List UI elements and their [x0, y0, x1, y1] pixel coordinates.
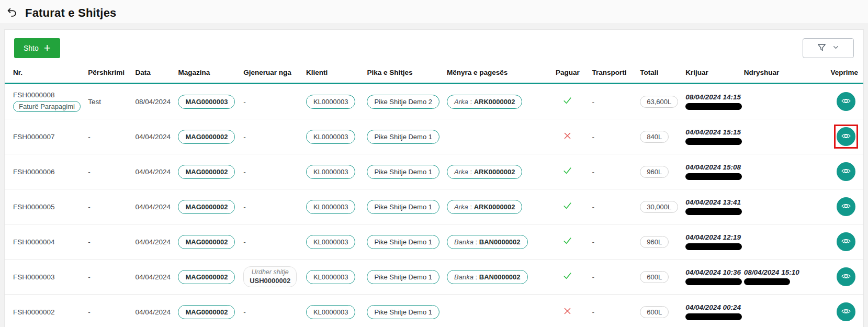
back-button[interactable] — [5, 6, 19, 20]
cell-pagesa: Arka : ARK0000002 — [447, 154, 546, 189]
cell-veprime — [824, 295, 863, 327]
redacted-user-name — [685, 278, 742, 285]
cell-paguar — [546, 189, 592, 224]
view-invoice-button[interactable] — [837, 127, 855, 146]
cell-pika: Pike Shitje Demo 1 — [367, 295, 447, 327]
warehouse-pill[interactable]: MAG0000002 — [178, 130, 235, 144]
eye-icon — [841, 306, 851, 318]
column-header: Gjeneruar nga — [243, 61, 306, 84]
cell-pershkrimi: Test — [88, 84, 135, 119]
add-button[interactable]: Shto + — [14, 38, 60, 58]
view-invoice-button[interactable] — [837, 162, 855, 181]
payment-method-pill[interactable]: Arka : ARK0000002 — [447, 200, 522, 214]
cell-gjeneruar: - — [243, 189, 306, 224]
redacted-user-name — [685, 243, 742, 250]
payment-method-pill[interactable]: Banka : BAN0000002 — [447, 270, 528, 284]
client-pill[interactable]: KL0000003 — [306, 270, 356, 284]
view-button-highlight-box — [834, 230, 858, 254]
client-pill[interactable]: KL0000003 — [306, 165, 356, 179]
cell-transporti: - — [592, 84, 640, 119]
cell-veprime — [824, 260, 863, 295]
cell-ndryshuar — [744, 189, 824, 224]
cell-krijuar: 04/04/2024 13:41 — [685, 189, 744, 224]
table-body: FSH0000008 Faturë Parapagimi Test 08/04/… — [5, 84, 863, 327]
cell-pershkrimi: - — [88, 189, 135, 224]
cell-totali: 960L — [640, 154, 685, 189]
topbar: Faturat e Shitjes — [0, 0, 868, 23]
sales-point-pill[interactable]: Pike Shitje Demo 1 — [367, 200, 439, 214]
table-row: FSH0000007 - 04/04/2024 MAG0000002 - KL0… — [5, 119, 863, 154]
cell-gjeneruar: - — [243, 295, 306, 327]
view-button-highlight-box — [834, 195, 858, 219]
cell-totali: 960L — [640, 224, 685, 260]
view-invoice-button[interactable] — [837, 302, 855, 321]
column-header: Përshkrimi — [88, 61, 135, 84]
cell-transporti: - — [592, 154, 640, 189]
payment-method-pill[interactable]: Arka : ARK0000002 — [447, 165, 522, 179]
payment-method-pill[interactable]: Arka : ARK0000002 — [447, 95, 522, 109]
cell-data: 04/04/2024 — [135, 295, 178, 327]
sales-point-pill[interactable]: Pike Shitje Demo 1 — [367, 130, 439, 144]
payment-method-pill[interactable]: Banka : BAN0000002 — [447, 235, 528, 249]
cell-pershkrimi: - — [88, 224, 135, 260]
column-header: Paguar — [546, 61, 592, 84]
cell-pagesa: Banka : BAN0000002 — [447, 260, 546, 295]
client-pill[interactable]: KL0000003 — [306, 130, 356, 144]
view-invoice-button[interactable] — [837, 197, 855, 216]
cell-veprime — [824, 119, 863, 154]
cell-pagesa: Arka : ARK0000002 — [447, 189, 546, 224]
sales-point-pill[interactable]: Pike Shitje Demo 1 — [367, 165, 439, 179]
prepayment-badge: Faturë Parapagimi — [13, 101, 81, 112]
warehouse-pill[interactable]: MAG0000003 — [178, 95, 235, 109]
sales-order-pill[interactable]: Urdher shitjeUSH0000002 — [243, 266, 297, 287]
warehouse-pill[interactable]: MAG0000002 — [178, 305, 235, 319]
warehouse-pill[interactable]: MAG0000002 — [178, 270, 235, 284]
created-datetime: 04/04/2024 15:08 — [685, 163, 741, 171]
client-pill[interactable]: KL0000003 — [306, 200, 356, 214]
view-button-highlight-box — [834, 300, 858, 324]
warehouse-pill[interactable]: MAG0000002 — [178, 165, 235, 179]
cell-pika: Pike Shitje Demo 1 — [367, 224, 447, 260]
table-row: FSH0000002 - 04/04/2024 MAG0000002 - KL0… — [5, 295, 863, 327]
eye-icon — [841, 236, 851, 248]
client-pill[interactable]: KL0000003 — [306, 95, 356, 109]
cell-klienti: KL0000003 — [306, 119, 367, 154]
redacted-user-name — [685, 103, 742, 110]
view-invoice-button[interactable] — [837, 232, 855, 251]
created-datetime: 08/04/2024 14:15 — [685, 93, 741, 101]
unpaid-cross-icon — [563, 309, 572, 317]
unpaid-cross-icon — [563, 134, 572, 142]
table-row: FSH0000006 - 04/04/2024 MAG0000002 - KL0… — [5, 154, 863, 189]
sales-point-pill[interactable]: Pike Shitje Demo 1 — [367, 235, 439, 249]
cell-pika: Pike Shitje Demo 1 — [367, 119, 447, 154]
column-header: Ndryshuar — [744, 61, 824, 84]
sales-point-pill[interactable]: Pike Shitje Demo 1 — [367, 270, 439, 284]
sales-point-pill[interactable]: Pike Shitje Demo 1 — [367, 305, 439, 319]
client-pill[interactable]: KL0000003 — [306, 235, 356, 249]
created-datetime: 04/04/2024 12:19 — [685, 233, 741, 241]
warehouse-pill[interactable]: MAG0000002 — [178, 235, 235, 249]
view-invoice-button[interactable] — [837, 267, 855, 286]
view-button-highlight-box — [834, 265, 858, 289]
created-datetime: 04/04/2024 10:36 — [685, 268, 741, 276]
client-pill[interactable]: KL0000003 — [306, 305, 356, 319]
paid-check-icon — [562, 170, 572, 177]
redacted-user-name — [685, 313, 742, 320]
eye-icon — [841, 271, 851, 283]
total-pill: 63,600L — [640, 96, 678, 108]
table-row: FSH0000005 - 04/04/2024 MAG0000002 - KL0… — [5, 189, 863, 224]
view-invoice-button[interactable] — [837, 92, 855, 111]
redacted-user-name — [685, 138, 742, 145]
paid-check-icon — [562, 240, 572, 247]
cell-krijuar: 04/04/2024 15:15 — [685, 119, 744, 154]
sales-point-pill[interactable]: Pike Shitje Demo 2 — [367, 95, 439, 109]
cell-paguar — [546, 84, 592, 119]
warehouse-pill[interactable]: MAG0000002 — [178, 200, 235, 214]
cell-ndryshuar — [744, 295, 824, 327]
cell-paguar — [546, 224, 592, 260]
invoice-number: FSH0000004 — [13, 238, 85, 246]
eye-icon — [841, 166, 851, 178]
filter-button[interactable] — [803, 38, 854, 58]
cell-veprime — [824, 154, 863, 189]
cell-ndryshuar — [744, 84, 824, 119]
